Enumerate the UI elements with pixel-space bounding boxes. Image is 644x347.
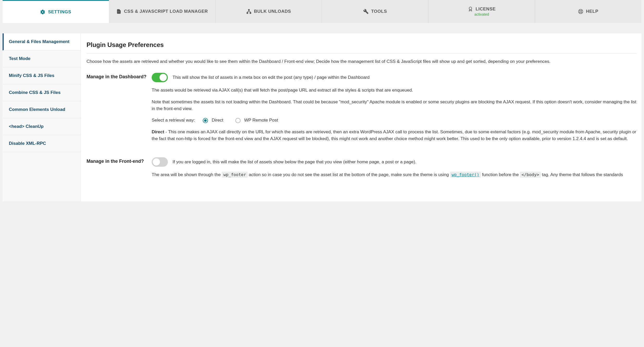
sidebar-item-test-mode[interactable]: Test Mode xyxy=(3,50,81,67)
frontend-paragraph: The area will be shown through the wp_fo… xyxy=(152,171,637,178)
content-wrap: General & Files Management Test Mode Min… xyxy=(3,33,641,201)
tab-label: HELP xyxy=(586,9,598,14)
tab-settings[interactable]: SETTINGS xyxy=(3,0,109,23)
toggle-desc: If you are logged in, this will make the… xyxy=(173,159,416,165)
toggle-manage-dashboard[interactable] xyxy=(152,73,168,82)
tab-bulk-unloads[interactable]: BULK UNLOADS xyxy=(216,0,322,23)
radio-wp-remote-post[interactable] xyxy=(235,118,241,123)
direct-heading: Direct xyxy=(152,129,164,134)
tab-tools[interactable]: TOOLS xyxy=(322,0,428,23)
svg-rect-0 xyxy=(248,9,249,11)
option-label: Manage in the Dashboard? xyxy=(87,73,152,80)
top-tabs: SETTINGS CSS & JAVASCRIPT LOAD MANAGER B… xyxy=(0,0,644,23)
radio-label-direct: Direct xyxy=(212,117,223,124)
radio-label-wp-remote: WP Remote Post xyxy=(244,117,278,124)
settings-sidebar: General & Files Management Test Mode Min… xyxy=(3,33,81,201)
svg-point-3 xyxy=(469,7,472,10)
code-body-close: </body> xyxy=(520,172,541,178)
tab-sublabel: activated xyxy=(474,12,489,16)
svg-rect-2 xyxy=(250,12,251,14)
option-manage-frontend: Manage in the Front-end? If you are logg… xyxy=(87,157,637,183)
sidebar-item-disable-xmlrpc[interactable]: Disable XML-RPC xyxy=(3,135,81,152)
tab-help[interactable]: HELP xyxy=(535,0,641,23)
sitemap-icon xyxy=(246,9,252,14)
sidebar-item-general[interactable]: General & Files Management xyxy=(3,33,81,50)
retrieval-radio-group: Select a retrieval way: Direct WP Remote… xyxy=(152,117,637,124)
sidebar-item-minify[interactable]: Minify CSS & JS Files xyxy=(3,67,81,84)
option-paragraph: The assets would be retrieved via AJAX c… xyxy=(152,87,637,94)
code-wp-footer: wp_footer xyxy=(222,172,248,178)
tab-license[interactable]: LICENSE activated xyxy=(428,0,535,23)
tab-label: TOOLS xyxy=(371,9,387,14)
option-label: Manage in the Front-end? xyxy=(87,157,152,164)
sidebar-item-combine[interactable]: Combine CSS & JS Files xyxy=(3,84,81,101)
tab-label: SETTINGS xyxy=(48,9,71,15)
toggle-desc: This will show the list of assets in a m… xyxy=(173,74,370,81)
wrench-icon xyxy=(363,9,369,14)
section-description: Choose how the assets are retrieved and … xyxy=(87,58,637,65)
tab-label: CSS & JAVASCRIPT LOAD MANAGER xyxy=(124,9,208,14)
tab-css-js-manager[interactable]: CSS & JAVASCRIPT LOAD MANAGER xyxy=(109,0,216,23)
main-panel: Plugin Usage Preferences Choose how the … xyxy=(81,33,641,201)
award-icon xyxy=(468,7,473,12)
code-link-wp-footer-fn[interactable]: wp_footer() xyxy=(450,172,481,178)
sidebar-item-head-cleanup[interactable]: <head> CleanUp xyxy=(3,118,81,135)
sidebar-item-common-unload[interactable]: Common Elements Unload xyxy=(3,101,81,118)
code-file-icon xyxy=(116,9,121,14)
help-icon xyxy=(578,9,583,14)
toggle-knob xyxy=(160,74,167,81)
svg-rect-1 xyxy=(247,12,248,14)
tab-label: BULK UNLOADS xyxy=(254,9,291,14)
radio-direct[interactable] xyxy=(203,118,208,123)
tab-label: LICENSE xyxy=(476,7,496,12)
retrieval-label: Select a retrieval way: xyxy=(152,117,195,124)
svg-point-5 xyxy=(580,11,582,13)
toggle-manage-frontend[interactable] xyxy=(152,157,168,167)
toggle-knob xyxy=(153,158,160,166)
gear-icon xyxy=(40,9,45,15)
section-title: Plugin Usage Preferences xyxy=(87,41,637,53)
direct-explanation: Direct - This one makes an AJAX call dir… xyxy=(152,129,637,142)
option-manage-dashboard: Manage in the Dashboard? This will show … xyxy=(87,73,637,147)
option-paragraph: Note that sometimes the assets list is n… xyxy=(152,99,637,112)
direct-text: - This one makes an AJAX call directly o… xyxy=(152,129,636,141)
